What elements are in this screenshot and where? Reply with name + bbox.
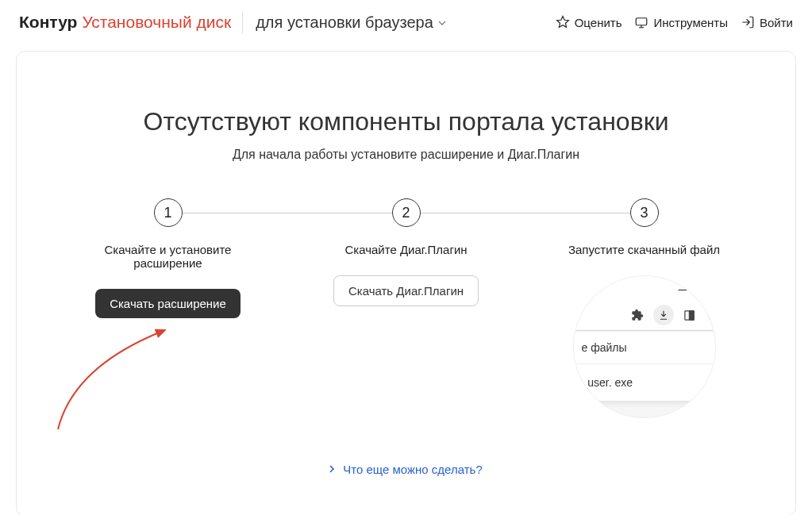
- step-1: 1 Скачайте и установите расширение Скача…: [49, 198, 287, 318]
- chevron-right-icon: [329, 464, 335, 475]
- rate-label: Оценить: [575, 16, 622, 29]
- svg-rect-1: [708, 286, 714, 292]
- help-link-label: Что еще можно сделать?: [343, 463, 482, 476]
- svg-point-6: [711, 311, 715, 315]
- star-icon: [556, 15, 570, 29]
- step-3: 3 Запустите скачанный файл — ✕: [525, 198, 764, 418]
- help-link[interactable]: Что еще можно сделать?: [48, 463, 764, 476]
- steps-row: 1 Скачайте и установите расширение Скача…: [48, 198, 764, 418]
- download-file-name: _user. exe: [582, 376, 633, 389]
- brand-name: Контур: [19, 13, 77, 32]
- browser-preview: — ✕: [573, 275, 716, 418]
- login-icon: [741, 15, 755, 29]
- main-card: Отсутствуют компоненты портала установки…: [16, 51, 796, 515]
- login-link[interactable]: Войти: [741, 15, 793, 29]
- svg-point-5: [707, 309, 716, 321]
- downloads-popup-title: е файлы: [582, 341, 627, 354]
- step-3-label: Запустите скачанный файл: [568, 243, 720, 256]
- tools-label: Инструменты: [653, 16, 728, 29]
- step-number-2: 2: [392, 198, 421, 227]
- download-plugin-button[interactable]: Скачать Диаг.Плагин: [333, 275, 479, 306]
- step-2-label: Скачайте Диаг.Плагин: [344, 243, 467, 256]
- tools-icon: [634, 15, 648, 29]
- header-dropdown[interactable]: для установки браузера: [256, 13, 446, 32]
- page-title: Отсутствуют компоненты портала установки: [48, 107, 764, 136]
- app-header: Контур Установочный диск для установки б…: [0, 0, 812, 44]
- step-number-1: 1: [154, 198, 183, 227]
- header-dropdown-label: для установки браузера: [256, 13, 433, 32]
- step-2: 2 Скачайте Диаг.Плагин Скачать Диаг.Плаг…: [287, 198, 525, 306]
- login-label: Войти: [760, 16, 793, 29]
- profile-icon: [706, 307, 716, 323]
- header-divider: [242, 11, 243, 33]
- maximize-icon: [707, 282, 716, 295]
- extension-icon: [629, 307, 645, 323]
- panel-icon: [682, 307, 698, 323]
- folder-icon: [710, 375, 716, 390]
- svg-rect-4: [690, 310, 695, 319]
- step-1-label: Скачайте и установите расширение: [89, 243, 248, 270]
- chevron-down-icon: [438, 17, 446, 28]
- svg-rect-0: [637, 18, 648, 25]
- step-number-3: 3: [630, 198, 659, 227]
- tools-link[interactable]: Инструменты: [634, 15, 728, 29]
- download-file-item: _user. exe: [573, 364, 716, 401]
- minimize-icon: —: [679, 282, 690, 295]
- download-icon: [653, 305, 674, 325]
- rate-link[interactable]: Оценить: [556, 15, 622, 29]
- page-subtitle: Для начала работы установите расширение …: [48, 148, 764, 162]
- download-extension-button[interactable]: Скачать расширение: [95, 289, 241, 318]
- brand-subtitle: Установочный диск: [82, 13, 231, 32]
